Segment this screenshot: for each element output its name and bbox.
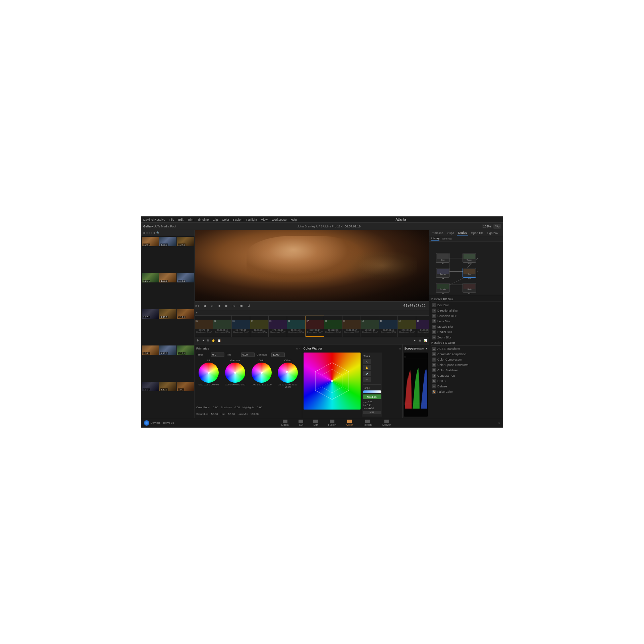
menu-color[interactable]: Color (222, 218, 229, 221)
timeline-clip-04[interactable]: 04 06:09:38:01 Blackmagic RAW (250, 316, 269, 337)
btn-go-start[interactable]: ⏮ (195, 304, 200, 308)
saturation-val[interactable]: 50.00 (211, 413, 218, 416)
gamma-color-wheel[interactable] (225, 363, 245, 383)
color-boost-val[interactable]: 0.00 (213, 406, 218, 409)
timeline-clip-08[interactable]: 08 05:33:22:00 Blackmagic RAW (324, 316, 342, 337)
appbar-media[interactable]: Media (281, 420, 289, 426)
range-slider[interactable] (363, 390, 381, 393)
primaries-settings[interactable]: ⚙ ≡ (296, 347, 301, 350)
cursor-tool[interactable]: ↖ (363, 359, 371, 364)
clip-thumb-6[interactable]: 1.17.1 (142, 309, 159, 319)
appbar-cut[interactable]: Cut (299, 420, 303, 426)
menu-workspace[interactable]: Workspace (272, 218, 287, 221)
luma-mini-val[interactable]: 0.50 (369, 407, 374, 410)
gain-color-wheel[interactable] (252, 363, 272, 383)
clip-thumb-9[interactable]: 1.14.1 (142, 345, 159, 355)
timeline-clip-12[interactable]: 12 04:24:33:22 Blackmagic RAW (398, 316, 416, 337)
fx-zoom-blur[interactable]: ⊕ Zoom Blur (431, 335, 501, 340)
fx-radial-blur[interactable]: ⊙ Radial Blur (431, 329, 501, 335)
timeline-clip-10[interactable]: 10 10:25:39:21 Blackmagic RAW (361, 316, 379, 337)
flag-icon[interactable]: 🏳 (197, 339, 200, 342)
auto-lock-btn[interactable]: Auto Lock (363, 394, 381, 399)
tab-open-fx[interactable]: Open FX (470, 231, 484, 235)
timeline-clip-09[interactable]: 09 10:02:33:17 Blackmagic RAW (342, 316, 361, 337)
magic-icon[interactable]: ✦ (414, 339, 416, 342)
parade-chevron[interactable]: ▼ (425, 347, 428, 350)
grab-tool[interactable]: ✋ (363, 365, 371, 370)
shadows-val[interactable]: 0.00 (234, 406, 240, 409)
subtab-settings[interactable]: Settings (442, 237, 452, 240)
btn-play-back[interactable]: ◁ (210, 304, 214, 308)
timeline-clip-13[interactable]: 13 04:25:02:06 Blackmagic RAW (416, 316, 429, 337)
menu-fairlight[interactable]: Fairlight (246, 218, 257, 221)
parade-mode[interactable]: Parade (415, 347, 424, 350)
clip-thumb-1[interactable]: 1.25.1 (159, 237, 176, 246)
eyedropper-tool[interactable]: 💉 (363, 371, 371, 376)
fx-contrast-pop[interactable]: ◑ Contrast Pop (431, 373, 501, 378)
fx-lens-blur[interactable]: ⦿ Lens Blur (431, 319, 501, 324)
menu-help[interactable]: Help (291, 218, 297, 221)
menu-trim[interactable]: Trim (187, 218, 194, 221)
btn-prev-frame[interactable]: ◀ (202, 304, 207, 308)
fx-dcts[interactable]: D DCTS (431, 378, 501, 384)
lift-color-wheel[interactable] (199, 363, 219, 383)
fx-color-stabilizer[interactable]: ⊠ Color Stabilizer (431, 368, 501, 373)
menu-clip[interactable]: Clip (213, 218, 218, 221)
subtab-library[interactable]: Library (431, 237, 439, 240)
clip-thumb-13[interactable]: 1.10.1 (159, 382, 176, 391)
tab-luts[interactable]: LUTs (154, 225, 161, 228)
clip-thumb-4[interactable]: 1.20.1 (159, 273, 176, 282)
fx-chromatic-adaptation[interactable]: ◉ Chromatic Adaptation (431, 352, 501, 357)
tint-value[interactable]: 0.00 (241, 353, 255, 357)
timeline-clip-06[interactable]: 06 06:29:11:01 Blackmagic RAW (287, 316, 306, 337)
sat-mini-val[interactable]: 0.71 (367, 404, 372, 407)
lum-mix-val[interactable]: 100.00 (250, 413, 258, 416)
temp-value[interactable]: 0.0 (211, 353, 224, 357)
btn-play[interactable]: ▶ (224, 304, 229, 308)
menu-fusion[interactable]: Fusion (233, 218, 242, 221)
clip-thumb-10[interactable]: 1.13.1 (159, 345, 176, 355)
clip-label[interactable]: Clip (493, 224, 501, 229)
clip-thumb-5[interactable]: 1.19.1 (177, 273, 194, 282)
clip-thumb-11[interactable]: 1.12.1 (177, 345, 194, 355)
tab-nodes[interactable]: Nodes (457, 230, 468, 235)
hue-val[interactable]: 50.00 (228, 413, 235, 416)
fx-gaussian-blur[interactable]: ◎ Gaussian Blur (431, 313, 501, 319)
timeline-clip-11[interactable]: 11 06:24:00:13 Blackmagic RAW (379, 316, 398, 337)
clip-thumb-12[interactable]: 1.11.1 (142, 382, 159, 391)
appbar-fairlight[interactable]: Fairlight (363, 420, 372, 426)
tab-timeline[interactable]: Timeline (431, 231, 445, 235)
clip-thumb-7[interactable]: 1.16.1 (159, 309, 176, 319)
menu-timeline[interactable]: Timeline (198, 218, 209, 221)
tab-clips[interactable]: Clips (446, 231, 455, 235)
btn-next-frame[interactable]: ▷ (232, 304, 236, 308)
timeline-clips[interactable]: 01 06:37:04:08 Blackmagic RAW 02 07:02:0… (195, 316, 429, 337)
clip-thumb-2[interactable]: 1.24.1 (177, 237, 194, 246)
highlights-val[interactable]: 0.00 (257, 406, 262, 409)
timeline-clip-02[interactable]: 02 07:02:09:12 Blackmagic RAW (213, 316, 232, 337)
chart-icon[interactable]: 📊 (424, 339, 427, 342)
appbar-edit[interactable]: Edit (313, 420, 318, 426)
fx-mosaic-blur[interactable]: ⊞ Mosaic Blur (431, 324, 501, 329)
fx-aces-transform[interactable]: A ACES Transform (431, 346, 501, 352)
clip-icon[interactable]: 📋 (218, 339, 221, 342)
timeline-clip-05[interactable]: 05 07:34:07:08 Blackmagic RAW (269, 316, 287, 337)
home-icon[interactable]: ⌂ (498, 421, 500, 425)
fx-defuse[interactable]: ≋ Defuse (431, 384, 501, 389)
menu-resolve[interactable]: DaVinci Resolve (143, 218, 165, 221)
clip-thumb-3[interactable]: 1.21.1 (142, 273, 159, 282)
grab-icon[interactable]: ✋ (212, 339, 215, 342)
timeline-clip-03[interactable]: 03 03:47:11:13 Blackmagic RAW (232, 316, 250, 337)
btn-loop[interactable]: ↺ (247, 304, 251, 308)
hue-mini-val[interactable]: 0.00 (368, 401, 372, 404)
menu-file[interactable]: File (169, 218, 174, 221)
grid-icon[interactable]: ⊞ (419, 339, 421, 342)
clip-thumb-8[interactable]: 1.15.1 (177, 309, 194, 319)
star-icon[interactable]: ★ (202, 339, 205, 342)
tab-lightbox[interactable]: Lightbox (486, 231, 500, 235)
fx-color-space-transform[interactable]: ⊗ Color Space Transform (431, 362, 501, 368)
appbar-fusion[interactable]: Fusion (328, 420, 336, 426)
tab-gallery[interactable]: Gallery (143, 225, 153, 228)
timeline-clip-07[interactable]: 07 06:07:09:14 Blackmagic RAW (306, 316, 324, 337)
btn-stop[interactable]: ■ (217, 304, 222, 308)
